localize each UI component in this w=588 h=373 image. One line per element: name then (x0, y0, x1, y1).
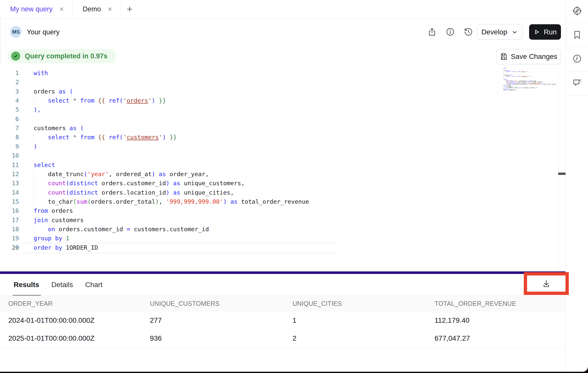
share-icon[interactable] (426, 26, 438, 38)
tab-label: My new query (10, 5, 53, 13)
sql-editor[interactable]: 1with23orders as (4 select * from {{ ref… (0, 65, 566, 271)
app-window: My new queryDemo MS Your query Develop R… (0, 0, 588, 373)
history-icon[interactable] (463, 26, 474, 38)
column-header: UNIQUE_CUSTOMERS (150, 300, 219, 307)
bookmark-icon[interactable] (571, 29, 583, 41)
window-bottom-edge (0, 372, 588, 373)
editor-tab-demo[interactable]: Demo (73, 0, 121, 18)
line-number: 7 (0, 125, 19, 132)
line-number: 5 (0, 106, 19, 113)
tab-bar: My new queryDemo (0, 0, 566, 18)
results-panel: ResultsDetailsChart ORDER_YEARUNIQUE_CUS… (0, 274, 566, 373)
code-text: date_trunc('year', ordered_at) as order_… (34, 171, 209, 178)
code-line[interactable]: 6 (0, 115, 558, 124)
compass-icon[interactable] (571, 5, 583, 17)
code-line[interactable]: 3orders as ( (0, 87, 558, 97)
code-line[interactable]: 8 select * from {{ ref('customers') }} (0, 133, 558, 142)
line-number: 16 (0, 207, 19, 214)
table-cell: 2 (292, 334, 297, 342)
code-line[interactable]: 4 select * from {{ ref('orders') }} (0, 96, 558, 106)
minimap-line: to_char(sum(orders.order_total), '999,99… (503, 84, 559, 85)
code-text: select (34, 161, 55, 169)
code-text: count(distinct orders.location_id) as un… (34, 189, 234, 196)
play-icon (533, 29, 540, 35)
results-table-header: ORDER_YEARUNIQUE_CUSTOMERSUNIQUE_CITIEST… (0, 296, 566, 312)
table-row: 2024-01-01T00:00:00.000Z2771112,179.40 (0, 311, 566, 330)
panel-divider[interactable] (0, 271, 566, 274)
code-line[interactable]: 7customers as ( (0, 124, 558, 133)
download-results-button[interactable] (527, 276, 565, 292)
line-number: 4 (0, 97, 19, 104)
line-number: 14 (0, 189, 19, 196)
new-tab-button[interactable] (121, 0, 139, 18)
line-number: 11 (0, 161, 19, 169)
code-line[interactable]: 14 count(distinct orders.location_id) as… (0, 188, 558, 198)
editor-right-edge (558, 65, 558, 271)
line-number: 15 (0, 198, 19, 205)
code-line[interactable]: 2 (0, 78, 558, 87)
ai-chat-icon[interactable] (571, 77, 583, 89)
code-line[interactable]: 9) (0, 142, 558, 152)
query-status-badge: Query completed in 0.97s (8, 49, 116, 63)
code-line[interactable]: 5), (0, 105, 558, 115)
avatar: MS (10, 26, 22, 38)
right-sidebar (566, 0, 588, 373)
run-label: Run (544, 28, 557, 36)
editor-tab-my-new-query[interactable]: My new query (0, 0, 73, 18)
column-header: ORDER_YEAR (8, 300, 53, 307)
code-line[interactable]: 12 date_trunc('year', ordered_at) as ord… (0, 170, 558, 179)
line-number: 17 (0, 217, 19, 224)
develop-label: Develop (481, 28, 507, 36)
table-cell: 112,179.40 (435, 316, 469, 324)
code-line[interactable]: 11select (0, 161, 558, 170)
line-number: 8 (0, 134, 19, 141)
line-number: 19 (0, 235, 19, 242)
code-text: order by 1ORDER_ID (34, 244, 98, 251)
line-number: 2 (0, 79, 19, 86)
scrollbar-thumb[interactable] (558, 173, 566, 175)
line-number: 18 (0, 226, 19, 233)
results-tab-results[interactable]: Results (14, 281, 39, 289)
code-text: to_char(sum(orders.order_total), '999,99… (34, 198, 309, 205)
table-cell: 277 (150, 316, 162, 324)
code-text: customers as ( (34, 125, 84, 132)
minimap[interactable]: with orders as ( select * from {{ ref('o… (503, 68, 559, 111)
table-cell: 936 (150, 334, 162, 342)
code-line[interactable]: 17join customers (0, 216, 558, 225)
line-number: 3 (0, 88, 19, 95)
results-tab-chart[interactable]: Chart (85, 281, 102, 289)
table-row: 2025-01-01T00:00:00.000Z9362677,047.27 (0, 329, 566, 347)
toolbar-actions (426, 26, 474, 38)
column-header: TOTAL_ORDER_REVENUE (435, 300, 516, 307)
code-text: with (34, 69, 48, 77)
clock-icon[interactable] (571, 53, 583, 65)
code-line[interactable]: 20order by 1ORDER_ID (0, 243, 558, 253)
line-number: 9 (0, 143, 19, 150)
code-line[interactable]: 16from orders (0, 206, 558, 216)
code-text: ) (34, 143, 37, 150)
code-line[interactable]: 18 on orders.customer_id = customers.cus… (0, 225, 558, 234)
develop-dropdown[interactable]: Develop (477, 24, 522, 40)
results-tab-details[interactable]: Details (51, 281, 73, 289)
check-icon (11, 52, 20, 61)
line-number: 10 (0, 152, 19, 159)
code-line[interactable]: 1with (0, 69, 558, 78)
save-changes-button[interactable]: Save Changes (496, 49, 561, 64)
code-line[interactable]: 15 to_char(sum(orders.order_total), '999… (0, 197, 558, 207)
close-icon[interactable] (107, 6, 113, 12)
minimap-line: order by 1ORDER_ID (503, 89, 559, 91)
line-number: 1 (0, 69, 19, 77)
code-line[interactable]: 10 (0, 151, 558, 161)
run-button[interactable]: Run (529, 24, 561, 40)
rail-divider (566, 71, 588, 72)
tab-label: Demo (83, 5, 101, 13)
status-message: Query completed in 0.97s (25, 52, 107, 60)
code-text: select * from {{ ref('customers') }} (34, 134, 177, 141)
code-line[interactable]: 19group by 1 (0, 234, 558, 243)
code-line[interactable]: 13 count(distinct orders.customer_id) as… (0, 179, 558, 188)
chevron-down-icon (511, 29, 518, 35)
line-number: 6 (0, 115, 19, 123)
close-icon[interactable] (59, 6, 65, 12)
page-title: Your query (27, 28, 60, 36)
info-icon[interactable] (444, 26, 456, 38)
